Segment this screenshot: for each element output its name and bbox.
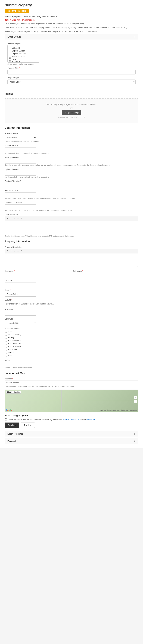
login-register-header[interactable]: Login / Register ▶: [5, 431, 138, 436]
address-required: *: [12, 378, 13, 380]
contract-details-textarea[interactable]: [5, 222, 138, 234]
category-deposit-finance[interactable]: Deposit Finance: [9, 52, 38, 55]
category-rent-to-buy[interactable]: Rent To Buy: [9, 61, 38, 62]
list2-button-prop[interactable]: ≡: [16, 250, 19, 253]
drop-zone[interactable]: You can drag & drop images from your com…: [5, 98, 138, 123]
bold-button-prop[interactable]: B: [6, 250, 9, 253]
upfront-payment-input[interactable]: [5, 171, 36, 176]
map-tab-map[interactable]: Map: [6, 391, 12, 394]
checkbox-other[interactable]: [9, 58, 11, 60]
map-container[interactable]: Map Satellite + − Google Map data ©2019 …: [5, 390, 138, 412]
feature-shed[interactable]: Shed: [5, 354, 138, 357]
weekly-payment-hint: If you have entered a weekly payment, by…: [5, 164, 138, 166]
quote-button-prop[interactable]: ❝: [20, 250, 23, 253]
checkbox-solar-hot-water[interactable]: [5, 346, 7, 348]
interest-rate-input[interactable]: [5, 192, 36, 197]
feature-pool[interactable]: Pool: [5, 330, 138, 333]
category-select-all[interactable]: Select All: [9, 46, 38, 50]
preview-button[interactable]: Preview: [21, 422, 35, 428]
checkbox-security-system[interactable]: [5, 340, 7, 342]
feature-air-conditioning[interactable]: Air Conditioning: [5, 334, 138, 336]
italic-button-prop[interactable]: I: [10, 250, 12, 253]
contract-term-group: Contract Term (yrs): [5, 180, 138, 188]
category-deposit-builder[interactable]: Deposit Builder: [9, 50, 38, 52]
checkbox-air-conditioning[interactable]: [5, 334, 7, 336]
italic-button-contract[interactable]: I: [10, 217, 12, 220]
comparison-rate-input[interactable]: [5, 204, 36, 209]
payment-header[interactable]: Payment ▶: [5, 438, 138, 444]
continue-button[interactable]: Continue: [5, 422, 19, 428]
map-zoom-in[interactable]: +: [134, 396, 137, 399]
login-register-accordion[interactable]: Login / Register ▶: [5, 431, 138, 437]
property-status-hint: This tag will appear on your listing thu…: [5, 140, 138, 142]
map-tab-satellite[interactable]: Satellite: [12, 391, 21, 394]
checkbox-deposit-finance[interactable]: [9, 53, 11, 55]
property-type-required: *: [20, 77, 20, 79]
enter-details-title: Enter Details: [7, 36, 21, 38]
checkbox-water-tank[interactable]: [5, 349, 7, 351]
suburb-input[interactable]: [5, 302, 138, 306]
upfront-payment-label: Upfront Payment: [5, 168, 138, 170]
checkbox-deposit-builder[interactable]: [9, 50, 11, 52]
quote-button-contract[interactable]: ❝: [20, 217, 23, 220]
checkbox-select-all[interactable]: [9, 47, 11, 49]
list1-button-prop[interactable]: ≡: [13, 250, 16, 253]
feature-heating-label: Heating: [8, 336, 14, 339]
land-area-group: Land Area: [5, 280, 138, 287]
category-list[interactable]: Select All Deposit Builder Deposit Finan…: [7, 45, 39, 62]
weekly-payment-input[interactable]: [5, 159, 36, 164]
address-hint: This is the exact location that your lis…: [5, 386, 138, 387]
upload-image-button[interactable]: ⬆ Upload Image: [62, 110, 81, 115]
list2-button-contract[interactable]: ≡: [16, 217, 19, 220]
category-other[interactable]: Other: [9, 58, 38, 61]
feature-heating[interactable]: Heating: [5, 336, 138, 339]
map-zoom-out[interactable]: −: [134, 400, 137, 403]
bathrooms-input[interactable]: [73, 273, 138, 277]
property-title-input[interactable]: [7, 70, 136, 74]
terms-link[interactable]: Terms & Conditions: [62, 418, 79, 420]
images-section: You can drag & drop images from your com…: [5, 98, 138, 123]
disclaimer-link[interactable]: Disclaimer.: [86, 418, 96, 420]
postcode-input[interactable]: [5, 311, 36, 316]
weekly-payment-label: Weekly Payment: [5, 156, 138, 158]
checkbox-instalment-sale[interactable]: [9, 56, 11, 58]
video-input[interactable]: [5, 362, 138, 366]
payment-accordion[interactable]: Payment ▶: [5, 438, 138, 444]
property-description-textarea[interactable]: [5, 254, 138, 267]
checkbox-garden[interactable]: [5, 352, 7, 354]
bedrooms-input[interactable]: [5, 273, 70, 277]
purchase-price-input[interactable]: [5, 147, 36, 152]
state-select[interactable]: Please Select: [5, 292, 36, 296]
terms-checkbox[interactable]: [5, 418, 7, 420]
checkbox-pool[interactable]: [5, 331, 7, 333]
contract-details-group: Contract Details B I ≡ ≡ ❝ Details about…: [5, 214, 138, 237]
checkbox-heating[interactable]: [5, 337, 7, 339]
purchase-price-group: Purchase Price Numbers only. Do not ente…: [5, 144, 138, 154]
checkbox-solar-electricity[interactable]: [5, 343, 7, 345]
property-status-select[interactable]: Please Select: [5, 135, 36, 140]
checkbox-shed[interactable]: [5, 355, 7, 357]
car-parks-label: Car Parks: [5, 318, 138, 320]
list1-button-contract[interactable]: ≡: [13, 217, 16, 220]
address-label: Address *: [5, 378, 138, 380]
map-road-horizontal: [5, 401, 138, 401]
property-type-select[interactable]: Please Select: [7, 80, 136, 84]
payment-label: Payment: [7, 440, 16, 442]
upfront-payment-hint: Numbers only. Do not enter the $ sign or…: [5, 176, 138, 178]
feature-security-system[interactable]: Security System: [5, 340, 138, 342]
checkbox-rent-to-buy[interactable]: [9, 61, 11, 63]
feature-garden[interactable]: Garden: [5, 352, 138, 354]
car-parks-select[interactable]: Please Select: [5, 321, 36, 326]
alert-button[interactable]: Important! Read This.: [5, 9, 29, 13]
feature-water-tank[interactable]: Water Tank: [5, 348, 138, 351]
contract-term-input[interactable]: [5, 183, 36, 188]
category-instalment-sale[interactable]: Instalment Sale: [9, 55, 38, 58]
land-area-input[interactable]: [5, 282, 36, 287]
bold-button-contract[interactable]: B: [6, 217, 9, 220]
postcode-group: Postcode: [5, 308, 138, 316]
feature-solar-electricity[interactable]: Solar Electricity: [5, 342, 138, 345]
map-attribution: Map data ©2019 Google Terms of Use Repor…: [100, 409, 137, 411]
contract-details-label: Contract Details: [5, 214, 138, 216]
feature-solar-hot-water[interactable]: Solar Hot water: [5, 346, 138, 348]
address-input[interactable]: [5, 380, 138, 385]
